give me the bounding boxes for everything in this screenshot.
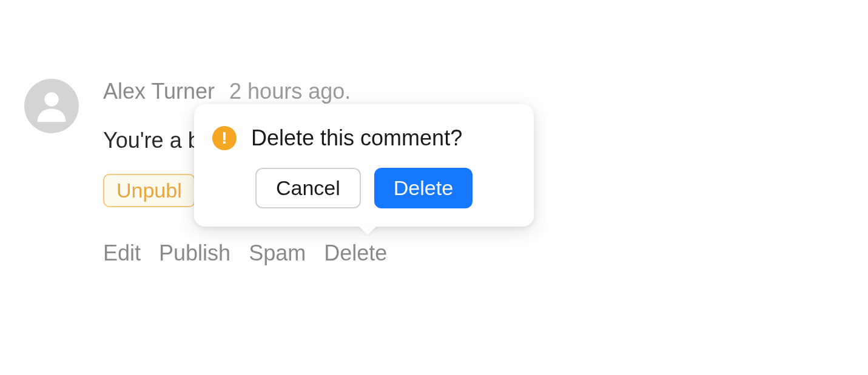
status-badge: Unpubl [103, 174, 195, 207]
author-name[interactable]: Alex Turner [103, 79, 215, 104]
edit-action[interactable]: Edit [103, 241, 141, 266]
timestamp: 2 hours ago. [229, 79, 351, 104]
comment-header: Alex Turner 2 hours ago. [103, 79, 460, 104]
avatar [24, 79, 79, 133]
svg-point-0 [44, 92, 58, 106]
popover-title: Delete this comment? [251, 125, 462, 151]
publish-action[interactable]: Publish [159, 241, 230, 266]
delete-action[interactable]: Delete [324, 241, 387, 266]
popover-buttons: Cancel Delete [212, 168, 516, 208]
user-icon [30, 85, 73, 127]
spam-action[interactable]: Spam [249, 241, 306, 266]
delete-button[interactable]: Delete [374, 168, 473, 208]
comment-actions: Edit Publish Spam Delete [103, 241, 460, 266]
cancel-button[interactable]: Cancel [255, 168, 361, 208]
delete-confirm-popover: ! Delete this comment? Cancel Delete [194, 104, 534, 227]
warning-icon: ! [212, 126, 237, 150]
popover-header: ! Delete this comment? [212, 125, 516, 151]
